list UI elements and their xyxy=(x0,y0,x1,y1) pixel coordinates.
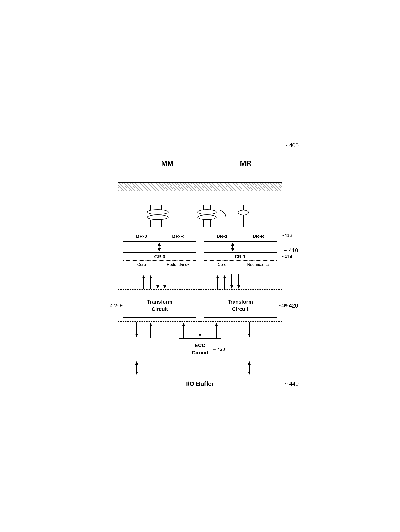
below-420-arrows xyxy=(118,322,282,338)
cr-row: CR-0 Core Redundancy CR-1 Core Redundanc… xyxy=(123,252,277,269)
memory-label-mm: MM xyxy=(161,159,174,168)
ref-422-0: 422-0~ xyxy=(110,303,123,308)
transform-circuit-right: Transform Circuit xyxy=(204,294,277,318)
svg-marker-61 xyxy=(248,334,251,337)
transform-circuit-left: Transform Circuit xyxy=(123,294,196,318)
svg-marker-43 xyxy=(216,275,219,279)
connector-svg: · · · · · · xyxy=(118,205,282,227)
svg-marker-66 xyxy=(248,361,251,365)
svg-marker-63 xyxy=(135,361,138,365)
ref-430: ~ 430 xyxy=(213,347,225,352)
dr-1-label: DR-1 xyxy=(204,231,240,241)
dr-cr-arrow-svg xyxy=(123,242,277,252)
ref-420: ~ 420 xyxy=(284,302,298,309)
dr-box-left: DR-0 DR-R xyxy=(123,231,196,242)
svg-point-21 xyxy=(198,215,216,220)
cr-1-core: Core xyxy=(204,261,240,269)
svg-point-27 xyxy=(238,210,249,215)
cr-box-right: CR-1 Core Redundancy xyxy=(204,252,277,269)
dr-cr-arrows xyxy=(123,242,277,252)
dr-r-left-label: DR-R xyxy=(160,231,196,241)
cr-1-label: CR-1 xyxy=(204,253,277,261)
ecc-to-io-arrows xyxy=(118,360,282,375)
svg-marker-51 xyxy=(135,334,138,337)
svg-marker-35 xyxy=(142,275,145,279)
memory-hatch-pattern xyxy=(118,183,282,191)
io-buffer-box: I/O Buffer xyxy=(118,375,282,392)
dr-0-label: DR-0 xyxy=(123,231,160,241)
io-buffer-label: I/O Buffer xyxy=(186,380,214,387)
io-area: I/O Buffer ~ 440 xyxy=(118,375,282,392)
svg-text:· · ·: · · · xyxy=(205,210,210,214)
dr-r-right-label: DR-R xyxy=(240,231,277,241)
ref-400: ~ 400 xyxy=(284,142,299,149)
cr-1-sub-row: Core Redundancy xyxy=(204,261,277,269)
block-410: DR-0 DR-R DR-1 DR-R ~412 xyxy=(118,227,282,274)
memory-dashed-divider xyxy=(220,140,220,205)
svg-point-7 xyxy=(147,215,168,220)
ecc-area: ECC Circuit ~ 430 xyxy=(118,338,282,360)
cr-0-core: Core xyxy=(123,261,160,269)
ecc-io-svg xyxy=(118,360,282,375)
ref-412: ~412 xyxy=(282,233,292,238)
block-420: 422-0~ Transform Circuit Transform Circu… xyxy=(118,290,282,322)
svg-marker-37 xyxy=(149,275,152,279)
svg-marker-53 xyxy=(149,323,152,326)
cr-0-label: CR-0 xyxy=(123,253,196,261)
cr-420-svg xyxy=(118,274,282,290)
dr-box-right: DR-1 DR-R xyxy=(204,231,277,242)
svg-marker-55 xyxy=(182,323,185,326)
ref-410: ~ 410 xyxy=(284,247,298,254)
ref-440: ~ 440 xyxy=(284,380,299,387)
cr-0-redundancy: Redundancy xyxy=(160,261,196,269)
svg-marker-57 xyxy=(199,334,201,337)
ref-414: ~414 xyxy=(282,254,292,260)
svg-text:· · ·: · · · xyxy=(155,210,160,214)
cr-box-left: CR-0 Core Redundancy xyxy=(123,252,196,269)
memory-block-400: MM MR xyxy=(118,140,282,205)
cr-1-redundancy: Redundancy xyxy=(240,261,277,269)
svg-marker-59 xyxy=(215,323,218,326)
dr-row: DR-0 DR-R DR-1 DR-R ~412 xyxy=(123,231,277,242)
cr-0-sub-row: Core Redundancy xyxy=(123,261,196,269)
below-420-svg xyxy=(118,322,282,338)
memory-label-mr: MR xyxy=(240,159,252,168)
connector-area: · · · · · · xyxy=(118,205,282,227)
cr-to-420-arrows xyxy=(118,274,282,290)
svg-marker-45 xyxy=(223,275,226,279)
